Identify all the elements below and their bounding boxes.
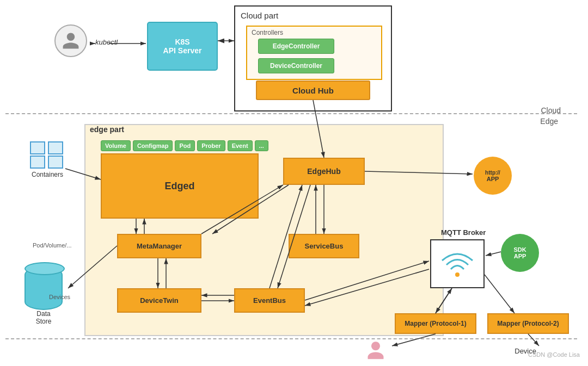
k8s-api-server-box: K8S API Server <box>147 22 218 71</box>
sdk-label: SDK <box>513 246 526 253</box>
svg-line-31 <box>528 334 539 346</box>
container-cell-2 <box>48 141 63 154</box>
person-bottom-icon <box>365 340 387 366</box>
kubectl-label: kubectl <box>95 38 118 46</box>
modules-row: Volume Configmap Pod Prober Event ... <box>101 140 268 151</box>
devicetwin-box: DeviceTwin <box>117 288 201 313</box>
user-icon-area <box>54 24 93 63</box>
device-person-icon <box>365 340 387 364</box>
k8s-label: K8S API Server <box>163 38 202 55</box>
svg-line-29 <box>486 252 501 256</box>
sdk-app-label: APP <box>514 253 526 259</box>
pod-volume-label: Pod/Volume/... <box>33 242 72 249</box>
datastore-cylinder <box>24 266 63 310</box>
datastore-label: Data Store <box>24 310 63 325</box>
module-event: Event <box>228 140 253 151</box>
module-pod: Pod <box>175 140 195 151</box>
edge-part-label: edge part <box>90 125 124 134</box>
mapper1-box: Mapper (Protocol-1) <box>395 313 476 334</box>
cloud-edge-separator <box>5 113 577 114</box>
architecture-diagram: Cloud part Controllers EdgeController De… <box>0 0 588 366</box>
wifi-signal-icon <box>436 245 479 283</box>
http-label: http:// <box>485 170 500 176</box>
bottom-separator <box>5 338 577 339</box>
edgehub-box: EdgeHub <box>283 158 365 185</box>
container-cell-1 <box>30 141 45 154</box>
mqtt-broker-label: MQTT Broker <box>441 228 486 237</box>
svg-line-28 <box>485 275 514 313</box>
module-configmap: Configmap <box>133 140 173 151</box>
edge-region-label: Edge <box>540 117 558 126</box>
sdk-app-bubble: SDK APP <box>501 234 539 272</box>
app-label: APP <box>487 176 499 182</box>
module-etc: ... <box>255 140 268 151</box>
servicebus-box: ServiceBus <box>289 234 359 258</box>
cloud-hub-btn: Cloud Hub <box>256 80 370 100</box>
svg-point-1 <box>371 342 380 350</box>
mapper2-box: Mapper (Protocol-2) <box>487 313 569 334</box>
user-circle <box>54 24 87 57</box>
module-volume: Volume <box>101 140 131 151</box>
container-cell-4 <box>48 156 63 169</box>
device-controller-btn: DeviceController <box>258 58 334 73</box>
mqtt-box <box>430 239 485 288</box>
svg-point-0 <box>455 272 460 277</box>
controllers-label: Controllers <box>252 29 283 36</box>
cloud-part-label: Cloud part <box>241 11 278 20</box>
containers-grid <box>30 141 65 169</box>
edged-box: Edged <box>101 153 259 219</box>
containers-label: Containers <box>30 171 65 178</box>
container-cell-3 <box>30 156 45 169</box>
eventbus-box: EventBus <box>234 288 305 313</box>
http-app-bubble: http:// APP <box>474 157 512 195</box>
edge-controller-btn: EdgeController <box>258 39 334 54</box>
watermark: CSDN @Code Lisa <box>528 351 580 358</box>
module-prober: Prober <box>197 140 225 151</box>
devices-label: Devices <box>49 294 70 300</box>
containers-area: Containers <box>30 141 65 178</box>
cloud-region-label: Cloud <box>541 106 561 115</box>
person-icon <box>61 31 81 51</box>
metamanager-box: MetaManager <box>117 234 201 258</box>
